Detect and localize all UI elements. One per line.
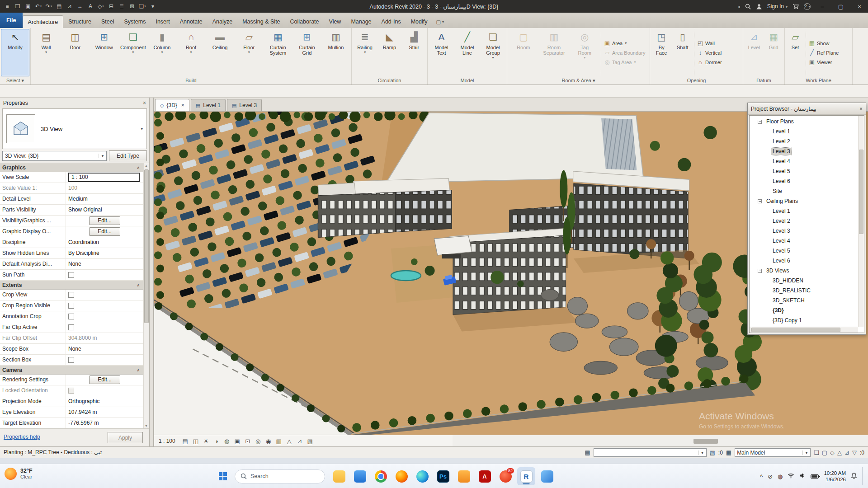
aligned-dimension-icon[interactable]: ↔ <box>75 1 85 11</box>
ribbon-tab[interactable]: Manage <box>346 15 376 28</box>
show-crop-region-icon[interactable]: ⊡ <box>243 436 252 446</box>
vertical-opening-button[interactable]: ↕ Vertical ▾ <box>696 48 742 57</box>
panel-label[interactable]: Model <box>428 76 507 84</box>
component-button[interactable]: ❑ Component ▾ <box>118 29 147 76</box>
property-row[interactable]: Section Box <box>0 355 143 366</box>
ribbon-tab[interactable]: Massing & Site <box>237 15 285 28</box>
panel-label[interactable]: Opening <box>650 76 743 84</box>
print-icon[interactable]: ▤ <box>54 1 64 11</box>
property-value[interactable] <box>66 355 143 365</box>
window-button[interactable]: ⊞ Window ▾ <box>90 29 118 76</box>
mullion-button[interactable]: ▥ Mullion ▾ <box>321 29 350 76</box>
shaft-button[interactable]: ▯ Shaft ▾ <box>672 29 693 76</box>
view-selector[interactable]: 3D View: {3D} ▾ <box>2 151 107 161</box>
checkbox[interactable] <box>68 272 74 278</box>
show-work-plane-button[interactable]: ▦ Show ▾ <box>808 39 851 48</box>
tree-item[interactable]: Level 3 <box>750 226 858 236</box>
panel-label[interactable]: Work Plane <box>785 76 852 84</box>
ribbon-tab[interactable]: Architecture <box>23 15 64 28</box>
close-icon[interactable]: × <box>181 102 184 108</box>
properties-help-link[interactable]: Properties help <box>4 434 40 440</box>
checkbox[interactable] <box>68 314 74 319</box>
switch-windows-icon[interactable]: ❏ <box>137 1 147 11</box>
ribbon-tab[interactable]: View <box>324 15 346 28</box>
tree-item[interactable]: Level 6 <box>750 176 858 186</box>
acrobat-icon[interactable]: A <box>476 467 494 485</box>
property-row[interactable]: Discipline Coordination <box>0 237 143 248</box>
minimize-button[interactable]: – <box>816 0 829 13</box>
ribbon-tab[interactable]: Modify <box>406 15 433 28</box>
tree-item[interactable]: Site <box>750 186 858 196</box>
property-value[interactable]: Medium <box>66 194 143 204</box>
grid-button[interactable]: ▦ Grid ▾ <box>764 29 784 76</box>
tree-item[interactable]: Level 4 <box>750 236 858 246</box>
property-row[interactable]: Scope Box None <box>0 344 143 355</box>
firefox-icon[interactable] <box>392 467 410 485</box>
tree-item[interactable]: Level 6 <box>750 256 858 266</box>
pin-toggle-icon[interactable]: ◇ <box>830 449 835 456</box>
photos-icon[interactable] <box>538 467 556 485</box>
design-option-select[interactable]: Main Model ▾ <box>735 448 811 457</box>
file-explorer-icon[interactable] <box>330 467 348 485</box>
save-icon[interactable]: ▣ <box>23 1 33 11</box>
room-button[interactable]: ▢ Room ▾ <box>508 29 539 76</box>
property-row[interactable]: Target Elevation -776.5967 m <box>0 418 143 428</box>
show-analytical-model-icon[interactable]: △ <box>285 436 294 446</box>
panel-label[interactable]: Datum <box>743 76 784 84</box>
ref-plane-button[interactable]: ╱ Ref Plane ▾ <box>808 48 851 57</box>
design-options-icon[interactable]: ▦ <box>726 449 731 456</box>
underlay-toggle-icon[interactable]: △ <box>837 449 842 456</box>
property-value[interactable]: Edit... <box>66 375 143 385</box>
show-desktop-button[interactable] <box>862 467 864 485</box>
property-row[interactable]: Eye Elevation 107.9424 m <box>0 407 143 418</box>
floor-button[interactable]: ▱ Floor ▾ <box>235 29 264 76</box>
ribbon-tab[interactable]: File <box>0 13 23 28</box>
property-value[interactable]: 304.8000 m <box>66 333 143 343</box>
tree-item[interactable]: Level 5 <box>750 166 858 176</box>
customize-qat-icon[interactable]: ▾ <box>148 1 158 11</box>
ribbon-tab[interactable]: Add-Ins <box>377 15 406 28</box>
tray-status-icon-1[interactable]: ⊘ <box>768 473 773 480</box>
visual-style-icon[interactable]: ◫ <box>191 436 200 446</box>
close-hidden-windows-icon[interactable]: ⊠ <box>127 1 137 11</box>
property-value[interactable]: Orthographic <box>66 396 143 407</box>
curtain-system-button[interactable]: ▦ Curtain System ▾ <box>264 29 292 76</box>
section-header-camera[interactable]: Camera ∧ <box>0 366 143 375</box>
ribbon-tab[interactable]: Structure <box>63 15 96 28</box>
exclude-options-icon[interactable]: ❏ <box>814 449 819 456</box>
tree-item[interactable]: Level 4 <box>750 156 858 166</box>
tree-item[interactable]: Level 1 <box>750 206 858 216</box>
collapse-box-icon[interactable] <box>758 269 762 273</box>
scrollbar-thumb[interactable] <box>751 328 840 332</box>
editable-only-icon[interactable]: ▧ <box>710 449 715 456</box>
set-work-plane-button[interactable]: ▱ Set ▾ <box>786 29 805 76</box>
collapse-box-icon[interactable] <box>758 199 762 203</box>
tree-item[interactable]: 3D_REALISTIC <box>750 286 858 296</box>
tree-item[interactable]: Floor Plans <box>750 117 858 127</box>
palette-divider[interactable] <box>150 98 154 446</box>
checkbox[interactable] <box>68 303 74 309</box>
scrollbar-thumb[interactable] <box>693 439 718 444</box>
shadows-icon[interactable]: ◑ <box>212 436 221 446</box>
close-icon[interactable]: × <box>859 106 863 112</box>
close-button[interactable]: × <box>853 0 866 13</box>
property-value[interactable]: 1 : 100 <box>66 172 143 183</box>
property-value[interactable] <box>66 290 143 300</box>
ribbon-tab[interactable]: Systems <box>119 15 151 28</box>
property-value[interactable] <box>66 270 143 280</box>
property-row[interactable]: Detail Level Medium <box>0 194 143 205</box>
curtain-grid-button[interactable]: ⊞ Curtain Grid ▾ <box>292 29 321 76</box>
property-value[interactable]: 107.9424 m <box>66 407 143 418</box>
property-value[interactable]: None <box>66 344 143 354</box>
tree-item[interactable]: Level 2 <box>750 216 858 226</box>
tag-area-button[interactable]: ◎ Tag Area ▾ <box>603 58 649 67</box>
sign-in-button[interactable]: Sign In <box>767 3 788 9</box>
clock[interactable]: 10:20 AM 1/6/2026 <box>824 470 846 483</box>
collapse-caret-icon[interactable]: ◂ <box>738 4 740 9</box>
collapse-box-icon[interactable] <box>758 120 762 124</box>
property-row[interactable]: Locked Orientation <box>0 385 143 396</box>
checkbox[interactable] <box>68 292 74 298</box>
apply-button[interactable]: Apply <box>108 432 143 443</box>
worksharing-display-icon[interactable]: ▧ <box>306 436 315 446</box>
opera-icon[interactable]: 82 <box>496 467 514 485</box>
